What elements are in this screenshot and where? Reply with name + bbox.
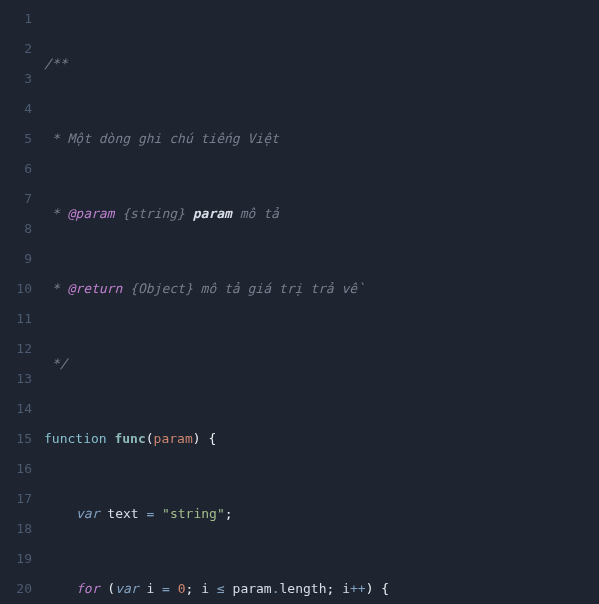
code-line[interactable]: * @param {string} param mô tả [44, 199, 599, 229]
line-number: 12 [0, 334, 32, 364]
line-number: 18 [0, 514, 32, 544]
line-number: 11 [0, 304, 32, 334]
id-i: i [201, 581, 209, 596]
brace-open: { [208, 431, 216, 446]
line-number: 9 [0, 244, 32, 274]
string-literal: "string" [162, 506, 225, 521]
op-eq: = [154, 581, 177, 596]
line-number: 6 [0, 154, 32, 184]
code-line[interactable]: for (var i = 0; i ≤ param.length; i++) { [44, 574, 599, 604]
kw-for: for [76, 581, 99, 596]
num-0: 0 [178, 581, 186, 596]
code-area[interactable]: /** * Một dòng ghi chú tiếng Việt * @par… [44, 4, 599, 604]
code-line[interactable]: /** [44, 49, 599, 79]
paren-close: ) [193, 431, 201, 446]
op-le: ≤ [209, 581, 232, 596]
doc-star: * [44, 206, 67, 221]
doc-type: {Object} [122, 281, 192, 296]
line-number: 4 [0, 94, 32, 124]
line-gutter: 1 2 3 4 5 6 7 8 9 10 11 12 13 14 15 16 1… [0, 4, 44, 604]
doc-desc: mô tả [232, 206, 279, 221]
semicolon: ; [225, 506, 233, 521]
line-number: 14 [0, 394, 32, 424]
line-number: 2 [0, 34, 32, 64]
id-param: param [233, 581, 272, 596]
param: param [154, 431, 193, 446]
paren-open: ( [107, 581, 115, 596]
line-number: 10 [0, 274, 32, 304]
op-inc: ++ [350, 581, 366, 596]
line-number: 17 [0, 484, 32, 514]
code-editor[interactable]: 1 2 3 4 5 6 7 8 9 10 11 12 13 14 15 16 1… [0, 0, 599, 604]
kw-var: var [76, 506, 99, 521]
doc-desc: mô tả giá trị trả về [193, 281, 357, 296]
line-number: 16 [0, 454, 32, 484]
doc-tag-param: @param [67, 206, 114, 221]
line-number: 19 [0, 544, 32, 574]
line-number: 8 [0, 214, 32, 244]
brace-open: { [381, 581, 389, 596]
doc-open: /** [44, 56, 67, 71]
id-length: length [280, 581, 327, 596]
doc-param-name: param [193, 206, 232, 221]
code-line[interactable]: function func(param) { [44, 424, 599, 454]
dot: . [272, 581, 280, 596]
sep: ; [186, 581, 202, 596]
line-number: 13 [0, 364, 32, 394]
paren-open: ( [146, 431, 154, 446]
doc-type: {string} [114, 206, 192, 221]
doc-star: * [44, 131, 67, 146]
code-line[interactable]: */ [44, 349, 599, 379]
line-number: 5 [0, 124, 32, 154]
line-number: 15 [0, 424, 32, 454]
code-line[interactable]: var text = "string"; [44, 499, 599, 529]
kw-function: function [44, 431, 107, 446]
code-line[interactable]: * @return {Object} mô tả giá trị trả về [44, 274, 599, 304]
doc-star: * [44, 281, 67, 296]
doc-tag-return: @return [67, 281, 122, 296]
fn-name: func [114, 431, 145, 446]
doc-close: */ [44, 356, 67, 371]
line-number: 20 [0, 574, 32, 604]
sep: ; [327, 581, 343, 596]
kw-var: var [115, 581, 138, 596]
id-i: i [342, 581, 350, 596]
code-line[interactable]: * Một dòng ghi chú tiếng Việt [44, 124, 599, 154]
line-number: 7 [0, 184, 32, 214]
id-text: text [107, 506, 138, 521]
line-number: 1 [0, 4, 32, 34]
op-eq: = [139, 506, 162, 521]
doc-text: Một dòng ghi chú tiếng Việt [67, 131, 278, 146]
line-number: 3 [0, 64, 32, 94]
